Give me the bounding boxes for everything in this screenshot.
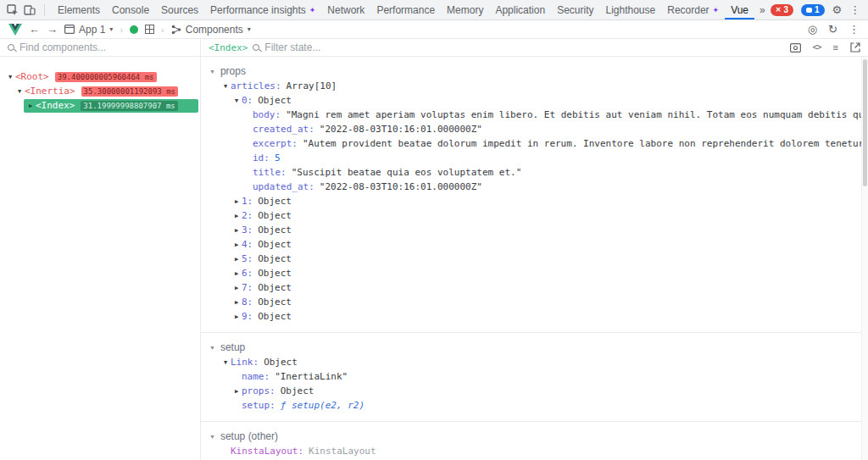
state-row[interactable]: ▶9:Object: [201, 309, 868, 324]
state-row[interactable]: updated_at:"2022-08-03T10:16:01.000000Z": [201, 180, 868, 194]
format-state-icon[interactable]: ≡: [833, 43, 838, 53]
divider: [44, 4, 45, 16]
state-key: 4:: [242, 239, 253, 250]
tab-vue[interactable]: Vue: [725, 0, 754, 19]
back-arrow-icon[interactable]: ←: [29, 23, 40, 36]
state-row[interactable]: ▼Link:Object: [201, 355, 868, 369]
tab-sources[interactable]: Sources: [155, 0, 204, 19]
devtools-menu-icon[interactable]: ⋮: [849, 4, 860, 15]
tab-memory[interactable]: Memory: [441, 0, 489, 19]
settings-gear-icon[interactable]: ⚙: [832, 4, 843, 15]
component-tree-row[interactable]: ▼<Inertia>35.30000001192093 ms: [0, 84, 200, 98]
expand-arrow-icon[interactable]: ▶: [231, 388, 242, 395]
error-count-badge[interactable]: ✕ 3: [771, 4, 793, 16]
find-components-input[interactable]: [19, 42, 192, 53]
inspect-dom-icon[interactable]: <>: [813, 43, 821, 52]
tab-performance-insights[interactable]: Performance insights✦: [204, 0, 321, 19]
app-select[interactable]: App 1 ▾: [64, 24, 113, 36]
collapse-arrow-icon[interactable]: ▼: [5, 74, 15, 80]
issues-count-badge[interactable]: 1: [801, 4, 825, 16]
collapse-arrow-icon[interactable]: ▼: [209, 434, 215, 440]
state-row[interactable]: ▶props:Object: [201, 384, 868, 398]
expand-arrow-icon[interactable]: ▶: [231, 256, 242, 263]
tab-security[interactable]: Security: [551, 0, 599, 19]
expand-arrow-icon[interactable]: ▶: [231, 213, 242, 219]
state-row[interactable]: id:5: [201, 151, 868, 165]
connection-status-icon[interactable]: [130, 25, 138, 34]
state-row[interactable]: ▶6:Object: [201, 266, 868, 280]
state-row[interactable]: KinstaLayout:KinstaLayout: [201, 444, 868, 458]
component-tree-row-body[interactable]: ▼<Inertia>35.30000001192093 ms: [14, 85, 178, 98]
refresh-icon[interactable]: ↻: [828, 24, 837, 35]
tab-network[interactable]: Network: [321, 0, 370, 19]
state-row[interactable]: ▶1:Object: [201, 194, 868, 208]
state-row[interactable]: setup:ƒ setup(e2, r2): [201, 398, 868, 413]
state-row[interactable]: created_at:"2022-08-03T10:16:01.000000Z": [201, 122, 868, 136]
state-row[interactable]: body:"Magni rem amet aperiam voluptas en…: [201, 108, 868, 122]
tab-label: Sources: [161, 4, 198, 16]
state-row[interactable]: ▶2:Object: [201, 208, 868, 223]
expand-arrow-icon[interactable]: ▶: [231, 313, 242, 320]
selected-component-tag: <Index>: [209, 42, 248, 53]
expand-arrow-icon[interactable]: ▶: [231, 270, 242, 277]
grid-view-icon[interactable]: [145, 25, 154, 34]
collapse-arrow-icon[interactable]: ▼: [220, 359, 231, 366]
state-row[interactable]: title:"Suscipit beatae quia eos voluptat…: [201, 165, 868, 180]
app-select-label: App 1: [79, 24, 105, 36]
expand-arrow-icon[interactable]: ▶: [231, 299, 242, 306]
collapse-arrow-icon[interactable]: ▼: [231, 97, 242, 104]
tab-performance[interactable]: Performance: [370, 0, 441, 19]
collapse-arrow-icon[interactable]: ▼: [14, 88, 25, 95]
tab-label: Network: [327, 4, 364, 16]
more-tabs-chevron-icon[interactable]: »: [754, 0, 771, 19]
device-toolbar-icon[interactable]: [24, 4, 36, 16]
state-section-props: ▼props▼articles:Array[10]▼0:Objectbody:"…: [201, 57, 868, 333]
state-row[interactable]: ▼articles:Array[10]: [201, 79, 868, 93]
state-row[interactable]: ▶7:Object: [201, 280, 868, 295]
section-title[interactable]: ▼setup: [201, 340, 868, 355]
screenshot-component-icon[interactable]: [790, 43, 801, 53]
collapse-arrow-icon[interactable]: ▼: [220, 83, 231, 90]
tab-label: Memory: [447, 4, 483, 16]
expand-arrow-icon[interactable]: ▶: [231, 198, 242, 205]
vue-toolbar: ← → App 1 ▾ › › Components ▾ ◎ ↻ ⋮: [0, 20, 868, 39]
expand-arrow-icon[interactable]: ▶: [231, 241, 242, 248]
state-row[interactable]: ▶4:Object: [201, 237, 868, 252]
scrollbar-thumb[interactable]: [863, 59, 867, 186]
expand-arrow-icon[interactable]: ▶: [231, 285, 242, 291]
state-row[interactable]: ▶8:Object: [201, 295, 868, 309]
state-row[interactable]: ▼0:Object: [201, 93, 868, 108]
scrollbar[interactable]: [861, 57, 868, 460]
vue-toolbar-right: ◎ ↻ ⋮: [808, 24, 860, 35]
state-row[interactable]: ▶5:Object: [201, 252, 868, 266]
component-tree-row-body[interactable]: ▶<Index>31.19999998807907 ms: [24, 99, 198, 113]
expand-arrow-icon[interactable]: ▶: [231, 227, 242, 234]
state-row[interactable]: ▶3:Object: [201, 223, 868, 237]
state-row[interactable]: name:"InertiaLink": [201, 369, 868, 384]
vue-menu-icon[interactable]: ⋮: [849, 24, 860, 35]
state-key: props:: [242, 385, 275, 396]
forward-arrow-icon[interactable]: →: [47, 23, 58, 36]
open-in-editor-icon[interactable]: [850, 42, 860, 53]
tab-console[interactable]: Console: [106, 0, 155, 19]
section-title[interactable]: ▼setup (other): [201, 429, 868, 444]
section-title[interactable]: ▼props: [201, 64, 868, 79]
inspector-select[interactable]: Components ▾: [171, 24, 251, 36]
component-tree-row-body[interactable]: ▼<Root>39.400000005960464 ms: [5, 70, 157, 84]
tab-lighthouse[interactable]: Lighthouse: [600, 0, 662, 19]
tab-recorder[interactable]: Recorder✦: [661, 0, 725, 19]
select-component-target-icon[interactable]: ◎: [808, 24, 817, 35]
filter-state-input[interactable]: [264, 42, 784, 53]
tab-label: Vue: [731, 4, 748, 16]
render-time-badge: 31.19999998807907 ms: [81, 101, 177, 111]
component-tree-row[interactable]: ▼<Root>39.400000005960464 ms: [0, 69, 200, 84]
state-section-setup: ▼setup▼Link:Objectname:"InertiaLink"▶pro…: [201, 333, 868, 422]
state-row[interactable]: excerpt:"Autem provident beatae dolorum …: [201, 136, 868, 151]
inspect-element-icon[interactable]: [7, 4, 19, 16]
expand-arrow-icon[interactable]: ▶: [25, 103, 36, 109]
tab-elements[interactable]: Elements: [52, 0, 106, 19]
component-tree-row[interactable]: ▶<Index>31.19999998807907 ms: [0, 98, 200, 113]
collapse-arrow-icon[interactable]: ▼: [209, 69, 215, 75]
tab-application[interactable]: Application: [489, 0, 551, 19]
collapse-arrow-icon[interactable]: ▼: [209, 345, 215, 351]
